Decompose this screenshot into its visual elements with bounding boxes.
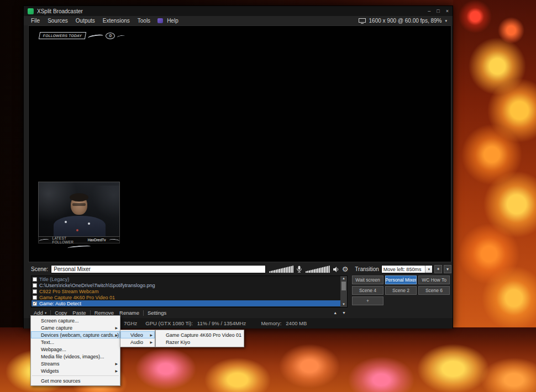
menu-help[interactable]: Help	[163, 16, 182, 25]
source-row[interactable]: C:\Users\ricke\OneDrive\Twitch\Spotifytr…	[31, 282, 347, 288]
menu-item-webpage[interactable]: Webpage...	[31, 346, 120, 353]
add-source-menu: Screen capture... Game capture ▶ Devices…	[30, 315, 120, 386]
source-label: C922 Pro Stream Webcam	[39, 289, 98, 294]
source-visibility-checkbox[interactable]	[33, 277, 37, 282]
resolution-caret-icon[interactable]: ▾	[445, 19, 447, 23]
xsplit-window: XSplit Broadcaster – □ × File Sources Ou…	[23, 6, 453, 329]
followers-today-label: FOLLOWERS TODAY	[39, 32, 87, 39]
video-devices-submenu: Game Capture 4K60 Pro Video 01 Razer Kiy…	[155, 330, 244, 347]
streamer-face	[71, 195, 87, 215]
scene-button-scene-4[interactable]: Scene 4	[352, 286, 383, 295]
stage-preview[interactable]: FOLLOWERS TODAY 0 LATEST FOLLOWER HaxDre…	[28, 25, 451, 262]
menu-item-game-capture[interactable]: Game capture ▶	[31, 324, 120, 331]
source-visibility-checkbox[interactable]: ✓	[33, 301, 37, 306]
menu-outputs[interactable]: Outputs	[72, 16, 99, 25]
latest-follower-label: LATEST FOLLOWER	[52, 236, 85, 244]
webcam-widget[interactable]: LATEST FOLLOWER HaxDredTv	[38, 182, 120, 249]
swoosh-tail-icon	[117, 35, 125, 39]
minimize-icon[interactable]: –	[428, 6, 430, 16]
source-visibility-checkbox[interactable]	[33, 283, 37, 288]
scroll-up-icon[interactable]: ▲	[342, 276, 345, 281]
toolbar-divider	[143, 310, 144, 316]
check-icon: ✓	[33, 301, 37, 306]
close-icon[interactable]: ×	[446, 6, 449, 16]
scrollbar-thumb[interactable]	[341, 282, 346, 290]
source-label: C:\Users\ricke\OneDrive\Twitch\Spotifytr…	[39, 283, 155, 288]
window-title: XSplit Broadcaster	[37, 8, 83, 14]
menu-separator	[32, 375, 119, 376]
source-visibility-checkbox[interactable]	[33, 295, 37, 300]
source-label: Game: Auto Detect	[39, 301, 81, 306]
swoosh-emblem-icon	[67, 245, 91, 250]
add-caret-icon: ▾	[45, 311, 46, 315]
transition-value: Move left: 850ms	[382, 267, 425, 272]
window-titlebar[interactable]: XSplit Broadcaster – □ ×	[24, 6, 453, 16]
menu-item-get-more-sources[interactable]: Get more sources	[31, 377, 120, 384]
submenu-arrow-icon: ▶	[115, 362, 118, 365]
menu-item-widgets[interactable]: Widgets ▶	[31, 367, 120, 374]
latest-follower-bar: LATEST FOLLOWER HaxDredTv	[38, 237, 120, 243]
swoosh-right-icon	[108, 239, 119, 243]
scroll-down-icon[interactable]: ▼	[342, 302, 345, 307]
submenu-arrow-icon: ▶	[115, 326, 118, 330]
menu-item-streams[interactable]: Streams ▶	[31, 360, 120, 367]
scene-buttons: Wait screen Personal Mixer WC How To Sce…	[352, 276, 451, 305]
xsplit-logo-icon	[28, 8, 34, 14]
help-icon	[157, 18, 163, 23]
scene-button-wait-screen[interactable]: Wait screen	[352, 276, 383, 284]
source-row[interactable]: C922 Pro Stream Webcam	[31, 288, 347, 294]
sources-scrollbar[interactable]: ▲ ▼	[340, 276, 347, 307]
menu-item-devices[interactable]: Devices (webcam, capture cards...) ▶	[31, 331, 120, 338]
menu-item-screen-capture[interactable]: Screen capture...	[31, 317, 120, 324]
scene-bar: Scene: ⚙ Transition Move left: 850ms ▾ ✦…	[28, 264, 451, 274]
submenu-item-game-capture-4k60[interactable]: Game Capture 4K60 Pro Video 01	[156, 331, 244, 338]
menu-sources[interactable]: Sources	[44, 16, 72, 25]
scene-button-scene-2[interactable]: Scene 2	[385, 286, 417, 295]
scene-button-scene-6[interactable]: Scene 6	[418, 286, 450, 295]
menu-extensions[interactable]: Extensions	[99, 16, 134, 25]
webcam-preview	[38, 182, 120, 237]
source-label: Title (Legacy)	[39, 277, 69, 282]
menu-item-media-file[interactable]: Media file (videos, images)...	[31, 353, 120, 360]
followers-count: 0	[106, 33, 115, 39]
add-scene-button[interactable]: +	[352, 296, 383, 305]
swoosh-left-icon	[39, 239, 50, 243]
toolbar-divider	[90, 310, 91, 316]
microphone-icon[interactable]	[296, 266, 302, 273]
source-row[interactable]: Game Capture 4K60 Pro Video 01	[31, 294, 347, 300]
scene-button-wc-how-to[interactable]: WC How To	[418, 276, 450, 284]
transition-caret-icon[interactable]: ▾	[425, 266, 432, 273]
settings-button[interactable]: Settings	[145, 310, 169, 316]
source-visibility-checkbox[interactable]	[33, 289, 37, 294]
sources-list: Title (Legacy) C:\Users\ricke\OneDrive\T…	[31, 276, 348, 308]
monitor-icon	[359, 18, 366, 24]
scene-label: Scene:	[31, 266, 48, 272]
toolbar-divider	[50, 310, 51, 316]
move-source-up-icon[interactable]: ▲	[333, 311, 337, 315]
source-row[interactable]: Title (Legacy)	[31, 276, 347, 282]
scene-name-input[interactable]	[51, 265, 266, 273]
submenu-arrow-icon: ▶	[150, 333, 153, 337]
speaker-icon[interactable]	[333, 266, 339, 273]
menu-item-text[interactable]: Text...	[31, 338, 120, 346]
source-row-selected[interactable]: ✓ Game: Auto Detect	[31, 300, 347, 306]
scene-button-personal-mixer[interactable]: Personal Mixer	[385, 276, 417, 284]
submenu-item-audio[interactable]: Audio ▶	[120, 338, 155, 346]
gpu-status-label: GPU (GTX 1080 Ti):	[145, 320, 193, 326]
menu-tools[interactable]: Tools	[134, 16, 154, 25]
transition-options-button[interactable]: ▾	[444, 265, 451, 273]
submenu-item-video[interactable]: Video ▶	[120, 331, 155, 338]
audio-settings-gear-icon[interactable]: ⚙	[342, 265, 349, 273]
transition-label: Transition	[355, 266, 379, 272]
submenu-arrow-icon: ▶	[115, 369, 118, 373]
submenu-item-razer-kiyo[interactable]: Razer Kiyo	[156, 338, 244, 346]
transition-effects-button[interactable]: ✦	[434, 265, 442, 273]
speaker-level-meter	[306, 266, 330, 273]
transition-select[interactable]: Move left: 850ms ▾	[381, 265, 433, 273]
move-source-down-icon[interactable]: ▼	[342, 311, 346, 315]
swoosh-decoration-icon	[88, 34, 104, 40]
ambient-light-right	[92, 186, 119, 219]
maximize-icon[interactable]: □	[437, 6, 439, 16]
submenu-arrow-icon: ▶	[115, 333, 118, 337]
menu-file[interactable]: File	[27, 16, 44, 25]
